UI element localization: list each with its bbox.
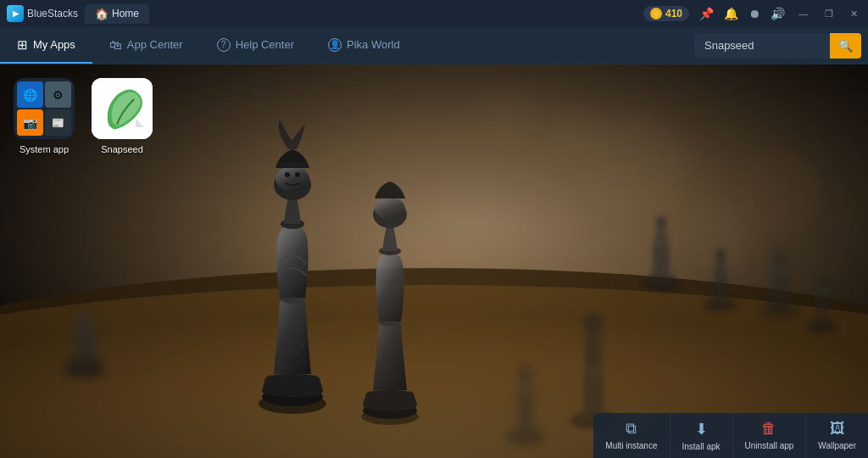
gear-sub-icon: ⚙ <box>45 81 71 108</box>
search-box: 🔍 <box>694 33 861 59</box>
pika-world-label: Pika World <box>347 38 400 51</box>
wallpaper-button[interactable]: 🖼 Wallpaper <box>806 413 868 458</box>
maximize-button[interactable]: ❐ <box>821 8 837 20</box>
system-app-icon: 🌐 ⚙ 📷 📰 <box>14 78 75 139</box>
uninstall-app-button[interactable]: 🗑 Uninstall app <box>733 413 807 458</box>
app-name: BlueStacks <box>27 8 78 20</box>
app-center-label: App Center <box>127 38 183 51</box>
pika-world-icon: 👤 <box>328 38 342 52</box>
install-apk-icon: ⬇ <box>695 420 708 438</box>
wallpaper-label: Wallpaper <box>818 441 856 450</box>
notification-icon[interactable]: 🔔 <box>724 7 738 20</box>
home-tab-label: Home <box>112 8 139 20</box>
home-tab-icon: 🏠 <box>95 8 108 20</box>
coin-count: 410 <box>665 8 682 20</box>
tab-app-center[interactable]: 🛍 App Center <box>92 27 200 64</box>
title-bar: ▶ BlueStacks 🏠 Home 410 📌 🔔 ⏺ 🔊 — ❐ ✕ <box>0 0 868 27</box>
help-center-icon: ? <box>217 38 231 52</box>
install-apk-button[interactable]: ⬇ Install apk <box>670 413 733 458</box>
main-content: 🌐 ⚙ 📷 📰 System app <box>0 64 868 458</box>
title-controls: 410 📌 🔔 ⏺ 🔊 — ❐ ✕ <box>643 6 861 21</box>
tab-help-center[interactable]: ? Help Center <box>200 27 311 64</box>
help-center-label: Help Center <box>236 38 294 51</box>
close-button[interactable]: ✕ <box>847 8 861 20</box>
volume-icon[interactable]: 🔊 <box>771 7 785 20</box>
my-apps-label: My Apps <box>33 38 75 51</box>
home-tab[interactable]: 🏠 Home <box>85 4 149 24</box>
app-center-icon: 🛍 <box>109 37 122 52</box>
snapseed-icon <box>92 78 153 139</box>
tab-pika-world[interactable]: 👤 Pika World <box>311 27 417 64</box>
uninstall-app-icon: 🗑 <box>761 420 776 438</box>
search-input[interactable] <box>694 34 830 57</box>
coin-badge: 410 <box>643 6 689 21</box>
app-grid: 🌐 ⚙ 📷 📰 System app <box>14 78 153 154</box>
tab-my-apps[interactable]: ⊞ My Apps <box>0 27 92 64</box>
multi-instance-icon: ⧉ <box>626 420 637 438</box>
coin-icon <box>650 8 662 20</box>
app-logo: ▶ BlueStacks <box>7 5 78 22</box>
snapseed-svg <box>92 78 153 139</box>
camera-sub-icon: 📷 <box>17 109 43 136</box>
globe-sub-icon: 🌐 <box>17 81 43 108</box>
app-item-snapseed[interactable]: Snapseed <box>92 78 153 154</box>
wallpaper-icon: 🖼 <box>830 420 845 438</box>
pin-icon[interactable]: 📌 <box>699 7 714 20</box>
multi-instance-label: Multi instance <box>605 441 657 450</box>
app-item-system[interactable]: 🌐 ⚙ 📷 📰 System app <box>14 78 75 154</box>
system-app-label: System app <box>19 144 69 154</box>
multi-instance-button[interactable]: ⧉ Multi instance <box>593 413 670 458</box>
news-sub-icon: 📰 <box>45 109 71 136</box>
bottom-toolbar: ⧉ Multi instance ⬇ Install apk 🗑 Uninsta… <box>593 413 868 458</box>
search-button[interactable]: 🔍 <box>830 33 861 59</box>
bluestacks-icon: ▶ <box>7 5 24 22</box>
minimize-button[interactable]: — <box>795 8 811 19</box>
uninstall-app-label: Uninstall app <box>745 441 794 450</box>
nav-bar: ⊞ My Apps 🛍 App Center ? Help Center 👤 P… <box>0 27 868 64</box>
install-apk-label: Install apk <box>682 442 721 451</box>
snapseed-label: Snapseed <box>101 144 143 154</box>
my-apps-icon: ⊞ <box>17 37 28 53</box>
record-icon[interactable]: ⏺ <box>748 7 760 20</box>
